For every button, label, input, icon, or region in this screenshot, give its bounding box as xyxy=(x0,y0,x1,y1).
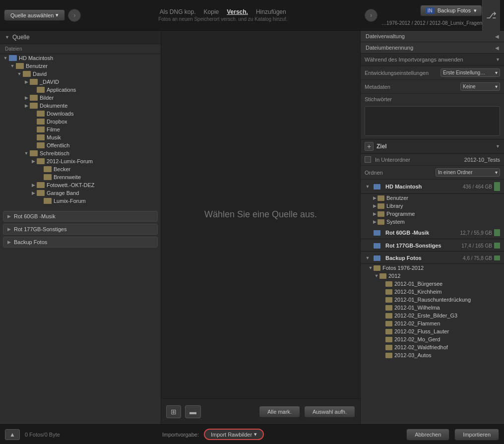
dest-drive-hd[interactable]: ▼ HD Macintosh 436 / 464 GB xyxy=(361,180,504,194)
dest-hd-name: HD Macintosh xyxy=(385,184,422,190)
tree-item-benutzer[interactable]: ▼ Benutzer xyxy=(0,62,161,70)
dest-hd-icon xyxy=(374,184,380,190)
dateiverwaltung-label: Dateiverwaltung xyxy=(366,33,405,39)
dest-tree-2012-01-wil[interactable]: 2012-01_Wilhelma xyxy=(361,304,504,312)
auswahl-aufh-button[interactable]: Auswahl aufh. xyxy=(304,406,355,418)
schreibtisch-toggle: ▼ xyxy=(23,151,30,156)
center-bottom: ⊞ ▬ Alle mark. Auswahl aufh. xyxy=(161,398,360,424)
_david-folder-icon xyxy=(30,79,38,85)
dest-system-label: System xyxy=(386,219,405,225)
dest-fotos1976-label: Fotos 1976-2012 xyxy=(382,265,424,271)
action-move-button[interactable]: Versch. xyxy=(227,8,248,15)
grid-view-button[interactable]: ⊞ xyxy=(166,405,181,418)
list-view-button[interactable]: ▬ xyxy=(185,405,201,418)
drive-item-rot60[interactable]: ▶ Rot 60GB -Musik xyxy=(3,211,158,222)
ziel-dropdown-icon: ▼ xyxy=(496,144,500,149)
source-button[interactable]: Quelle auswählen ▾ xyxy=(4,9,65,21)
backup-button-label: Backup Fotos xyxy=(438,7,471,13)
alle-markieren-button[interactable]: Alle mark. xyxy=(259,406,300,418)
tree-item-filme[interactable]: Filme xyxy=(0,126,161,133)
action-copy-button[interactable]: Kopie xyxy=(204,8,219,15)
dest-tree-2012[interactable]: ▼ 2012 xyxy=(361,272,504,280)
dest-2012-toggle: ▼ xyxy=(374,273,379,278)
rot177-toggle: ▶ xyxy=(7,227,11,232)
tree-item-brennweite[interactable]: Brennweite xyxy=(0,173,161,181)
tree-item-hd-macintosh[interactable]: ▼ HD Macintosh xyxy=(0,54,161,62)
tree-item-musik[interactable]: Musik xyxy=(0,133,161,141)
ziel-plus-button[interactable]: + xyxy=(365,142,374,151)
2012lumix-toggle: ▶ xyxy=(30,159,37,164)
dateiumbenennung-header[interactable]: Dateiumbenennung ◀ xyxy=(361,42,504,54)
applications-label: Applications xyxy=(47,87,76,93)
dest-tree-2012-01-rau[interactable]: 2012-01_Rauschunterdrückung xyxy=(361,296,504,304)
source-tree: ▼ HD Macintosh ▼ Benutzer ▼ David ▶ _DAV… xyxy=(0,54,161,424)
schreibtisch-folder-icon xyxy=(30,150,38,156)
tree-item-bilder[interactable]: ▶ Bilder xyxy=(0,94,161,102)
dest-tree-2012-01-bue[interactable]: 2012-01_Bürgersee xyxy=(361,280,504,288)
subfolder-checkbox[interactable] xyxy=(365,156,371,163)
dest-tree-2012-03-aut[interactable]: 2012-03_Autos xyxy=(361,351,504,359)
tree-item-david[interactable]: ▼ David xyxy=(0,70,161,78)
tree-item-dokumente[interactable]: ▶ Dokumente xyxy=(0,102,161,110)
backup-button[interactable]: IN Backup Fotos ▾ xyxy=(420,5,482,16)
dest-tree-2012-02-ers[interactable]: 2012-02_Erste_Bilder_G3 xyxy=(361,312,504,319)
dest-drive-rot177[interactable]: Rot 177GB-Sonstiges 17,4 / 165 GB xyxy=(361,240,504,252)
dest-drive-backup[interactable]: ▼ Backup Fotos 4,6 / 75,8 GB xyxy=(361,253,504,264)
dropbox-folder-icon xyxy=(37,119,45,125)
dateiverwaltung-header[interactable]: Dateiverwaltung ◀ xyxy=(361,31,504,42)
dest-drive-rot60[interactable]: Rot 60GB -Musik 12,7 / 55,9 GB xyxy=(361,227,504,239)
drive-item-rot177[interactable]: ▶ Rot 177GB-Sonstiges xyxy=(3,224,158,235)
ordnen-select[interactable]: In einen Ordner ▾ xyxy=(436,168,500,177)
dest-programme-toggle: ▶ xyxy=(372,211,378,216)
tree-item-downloads[interactable]: Downloads xyxy=(0,110,161,118)
import-preset-select[interactable]: Import Rawbilder ▾ xyxy=(204,429,264,440)
dest-system-icon xyxy=(378,219,384,225)
tree-item-applications[interactable]: Applications xyxy=(0,86,161,94)
dest-tree-system[interactable]: ▶ System xyxy=(361,218,504,226)
metadaten-value: Keine xyxy=(463,84,476,89)
dest-backup-icon xyxy=(374,255,380,261)
dest-tree-2012-02-flu[interactable]: 2012-02_Fluss_Lauter xyxy=(361,327,504,335)
dest-rot177-size: 17,4 / 165 GB xyxy=(461,243,492,249)
dest-rot60-size: 12,7 / 55,9 GB xyxy=(460,230,493,236)
tree-item-_david[interactable]: ▶ _DAVID xyxy=(0,78,161,86)
dest-tree-2012-02-fla[interactable]: 2012-02_Flammen xyxy=(361,319,504,327)
eject-button[interactable]: ▲ xyxy=(5,429,20,440)
tree-item-offentlich[interactable]: Offentlich xyxy=(0,141,161,149)
tree-item-fotowett[interactable]: ▶ Fotowett.-OKT-DEZ xyxy=(0,181,161,189)
importieren-button[interactable]: Importieren xyxy=(454,429,499,441)
apply-during-header: Während des Importvorgangs anwenden ▼ xyxy=(361,54,504,66)
tree-item-dropbox[interactable]: Dropbox xyxy=(0,118,161,126)
stichworter-input[interactable] xyxy=(365,106,500,136)
drive-item-backupfotos[interactable]: ▶ Backup Fotos xyxy=(3,237,158,248)
rot177-label: Rot 177GB-Sonstiges xyxy=(14,226,66,232)
dest-tree-programme[interactable]: ▶ Programme xyxy=(361,210,504,218)
dest-2012-icon xyxy=(379,273,386,279)
action-add-button[interactable]: Hinzufügen xyxy=(256,8,286,15)
tree-item-becker[interactable]: Becker xyxy=(0,165,161,173)
tree-item-garageband[interactable]: ▶ Garage Band xyxy=(0,189,161,197)
left-panel: ▼ Quelle Dateien ▼ HD Macintosh ▼ Benutz… xyxy=(0,31,161,424)
dest-tree-2012-01-kir[interactable]: 2012-01_Kirchheim xyxy=(361,288,504,296)
dest-2012-label: 2012 xyxy=(388,273,400,279)
entwicklung-select[interactable]: Erste Einstellung… ▾ xyxy=(441,68,500,77)
top-bar: Quelle auswählen ▾ › Als DNG kop. Kopie … xyxy=(0,0,504,31)
dokumente-label: Dokumente xyxy=(40,103,67,109)
tree-item-2012lumix[interactable]: ▶ 2012-Lumix-Forum xyxy=(0,157,161,165)
_david-toggle: ▶ xyxy=(23,79,30,84)
garageband-folder-icon xyxy=(37,190,45,196)
tree-item-lumixforum[interactable]: Lumix-Forum xyxy=(0,197,161,205)
abbrechen-button[interactable]: Abbrechen xyxy=(406,429,449,441)
dest-tree-2012-02-wal[interactable]: 2012-02_Waldfriedhof xyxy=(361,343,504,351)
rot60-label: Rot 60GB -Musik xyxy=(14,213,56,219)
dest-tree-library[interactable]: ▶ Library xyxy=(361,202,504,210)
dest-tree-2012-02-mo[interactable]: 2012-02_Mo_Gerd xyxy=(361,335,504,343)
tree-item-schreibtisch[interactable]: ▼ Schreibtisch xyxy=(0,149,161,157)
dokumente-toggle: ▶ xyxy=(23,103,30,108)
action-copy-dng-button[interactable]: Als DNG kop. xyxy=(160,8,196,15)
metadaten-select[interactable]: Keine ▾ xyxy=(460,82,500,91)
dest-tree-fotos1976[interactable]: ▼ Fotos 1976-2012 xyxy=(361,264,504,272)
dest-backup-size: 4,6 / 75,8 GB xyxy=(463,255,492,261)
dest-tree-benutzer[interactable]: ▶ Benutzer xyxy=(361,194,504,202)
dest-programme-icon xyxy=(378,211,384,217)
